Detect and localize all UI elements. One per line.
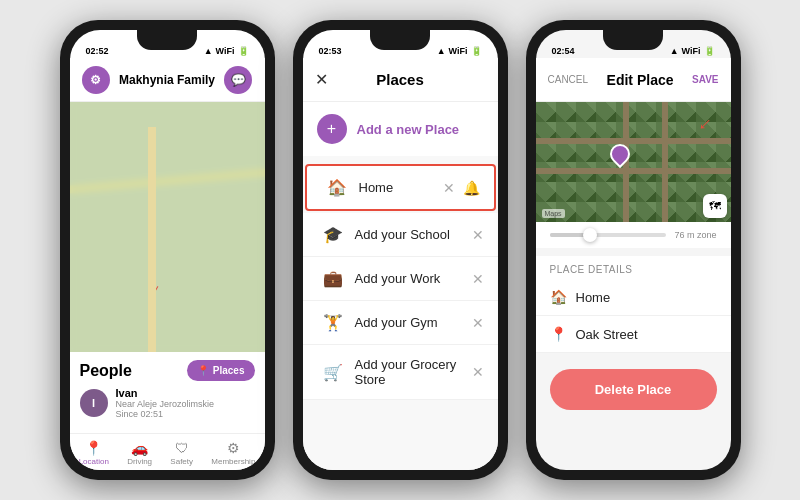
home-icon: 🏠: [327, 178, 347, 197]
person-row: I Ivan Near Aleje Jerozolimskie Since 02…: [80, 387, 255, 425]
place-item-school[interactable]: 🎓 Add your School ✕: [303, 213, 498, 257]
status-bar-1: 02:52 ▲ WiFi 🔋: [70, 30, 265, 58]
person-location: Near Aleje Jerozolimskie: [116, 399, 215, 409]
place-actions-home: ✕ 🔔: [443, 180, 480, 196]
person-since: Since 02:51: [116, 409, 215, 419]
place-item-gym[interactable]: 🏋 Add your Gym ✕: [303, 301, 498, 345]
time-3: 02:54: [552, 46, 575, 56]
grocery-icon-wrap: 🛒: [317, 363, 349, 382]
map-area: ↓: [70, 102, 265, 352]
membership-icon: ⚙: [227, 440, 240, 456]
apple-maps-label: Maps: [542, 209, 565, 218]
place-item-work[interactable]: 💼 Add your Work ✕: [303, 257, 498, 301]
radius-fill: [550, 233, 585, 237]
remove-work-icon[interactable]: ✕: [472, 271, 484, 287]
satellite-map: ↓ Maps 🗺: [536, 102, 731, 222]
places-icon: 📍: [197, 365, 209, 376]
edit-header: CANCEL Edit Place SAVE: [536, 58, 731, 102]
safety-icon: 🛡: [175, 440, 189, 456]
time-1: 02:52: [86, 46, 109, 56]
school-icon-wrap: 🎓: [317, 225, 349, 244]
gym-icon-wrap: 🏋: [317, 313, 349, 332]
remove-school-icon[interactable]: ✕: [472, 227, 484, 243]
status-icons-1: ▲ WiFi 🔋: [204, 46, 249, 56]
work-icon: 💼: [323, 269, 343, 288]
grocery-icon: 🛒: [323, 363, 343, 382]
map-bottom-panel: People 📍 Places I Ivan Near Aleje Jerozo…: [70, 352, 265, 433]
nav-location-label: Location: [79, 457, 109, 466]
places-header: ✕ Places: [303, 58, 498, 102]
nav-driving-label: Driving: [127, 457, 152, 466]
status-bar-2: 02:53 ▲ WiFi 🔋: [303, 30, 498, 58]
settings-icon[interactable]: ⚙: [82, 66, 110, 94]
person-name: Ivan: [116, 387, 215, 399]
status-icons-2: ▲ WiFi 🔋: [437, 46, 482, 56]
nav-driving[interactable]: 🚗 Driving: [127, 440, 152, 466]
place-label-grocery: Add your Grocery Store: [355, 357, 472, 387]
nav-safety-label: Safety: [170, 457, 193, 466]
people-title: People: [80, 362, 132, 380]
radius-slider[interactable]: [550, 233, 667, 237]
chat-icon[interactable]: 💬: [224, 66, 252, 94]
map-header-title: Makhynia Family: [119, 73, 215, 87]
nav-membership-label: Membership: [211, 457, 255, 466]
map-header: ⚙ Makhynia Family 💬: [70, 58, 265, 102]
location-pin-icon: 📍: [550, 326, 566, 342]
add-place-label: Add a new Place: [357, 122, 460, 137]
map-blur: [70, 102, 265, 352]
delete-btn-wrap: Delete Place: [536, 353, 731, 426]
nav-safety[interactable]: 🛡 Safety: [170, 440, 193, 466]
place-label-work: Add your Work: [355, 271, 472, 286]
places-button[interactable]: 📍 Places: [187, 360, 255, 381]
nav-membership[interactable]: ⚙ Membership: [211, 440, 255, 466]
edit-title: Edit Place: [607, 72, 674, 88]
detail-name-row: 🏠 Home: [536, 279, 731, 316]
road-vertical-2: [662, 102, 668, 222]
phone-3: 02:54 ▲ WiFi 🔋 CANCEL Edit Place SAVE ↓ …: [526, 20, 741, 480]
person-info: Ivan Near Aleje Jerozolimskie Since 02:5…: [116, 387, 215, 419]
detail-address[interactable]: Oak Street: [576, 327, 638, 342]
places-body: + Add a new Place 🏠 Home ✕ 🔔 🎓 Add: [303, 102, 498, 470]
driving-icon: 🚗: [131, 440, 148, 456]
place-item-home[interactable]: 🏠 Home ✕ 🔔: [305, 164, 496, 211]
remove-grocery-icon[interactable]: ✕: [472, 364, 484, 380]
nav-location[interactable]: 📍 Location: [79, 440, 109, 466]
radius-label: 76 m zone: [674, 230, 716, 240]
status-bar-3: 02:54 ▲ WiFi 🔋: [536, 30, 731, 58]
bell-home-icon[interactable]: 🔔: [463, 180, 480, 196]
home-icon-wrap: 🏠: [321, 178, 353, 197]
status-icons-3: ▲ WiFi 🔋: [670, 46, 715, 56]
places-header-title: Places: [376, 71, 424, 88]
close-icon[interactable]: ✕: [315, 70, 328, 89]
time-2: 02:53: [319, 46, 342, 56]
detail-address-row: 📍 Oak Street: [536, 316, 731, 353]
save-button[interactable]: SAVE: [692, 74, 719, 85]
work-icon-wrap: 💼: [317, 269, 349, 288]
road-horizontal: [536, 168, 731, 174]
remove-gym-icon[interactable]: ✕: [472, 315, 484, 331]
location-icon: 📍: [85, 440, 102, 456]
place-label-gym: Add your Gym: [355, 315, 472, 330]
gym-icon: 🏋: [323, 313, 343, 332]
bottom-nav-1: 📍 Location 🚗 Driving 🛡 Safety ⚙ Membersh…: [70, 433, 265, 470]
cancel-button[interactable]: CANCEL: [548, 74, 589, 85]
add-place-icon: +: [317, 114, 347, 144]
place-details-section: Place details 🏠 Home 📍 Oak Street: [536, 256, 731, 353]
delete-place-button[interactable]: Delete Place: [550, 369, 717, 410]
phone-1: 02:52 ▲ WiFi 🔋 ⚙ Makhynia Family 💬 ↓ Peo…: [60, 20, 275, 480]
people-row: People 📍 Places: [80, 360, 255, 381]
person-avatar: I: [80, 389, 108, 417]
layers-icon[interactable]: 🗺: [703, 194, 727, 218]
place-item-grocery[interactable]: 🛒 Add your Grocery Store ✕: [303, 345, 498, 400]
building-icon: 🏠: [550, 289, 566, 305]
radius-thumb: [583, 228, 597, 242]
places-label: Places: [213, 365, 245, 376]
add-place-row[interactable]: + Add a new Place: [303, 102, 498, 156]
detail-name[interactable]: Home: [576, 290, 611, 305]
phone-2: 02:53 ▲ WiFi 🔋 ✕ Places + Add a new Plac…: [293, 20, 508, 480]
place-label-home: Home: [359, 180, 443, 195]
road-horizontal-2: [536, 138, 731, 144]
remove-home-icon[interactable]: ✕: [443, 180, 455, 196]
place-label-school: Add your School: [355, 227, 472, 242]
radius-bar: 76 m zone: [536, 222, 731, 248]
